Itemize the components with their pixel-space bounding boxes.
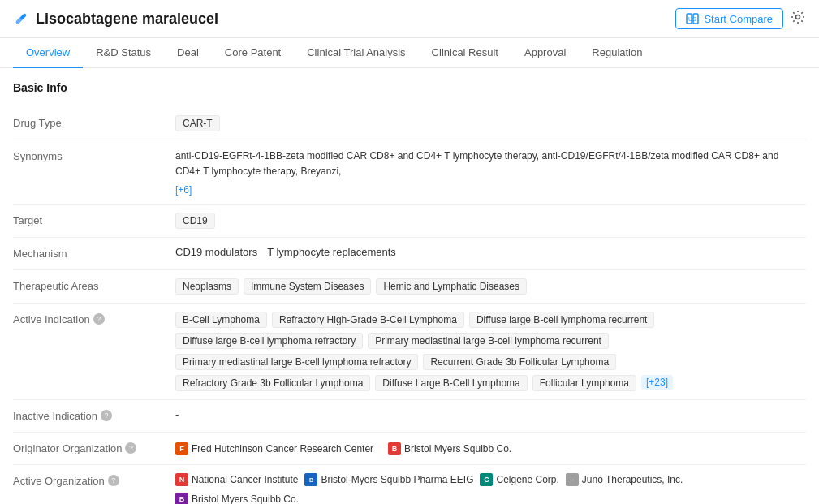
drug-type-value: CAR-T xyxy=(175,115,806,131)
therapeutic-tag-3: Hemic and Lymphatic Diseases xyxy=(376,278,527,295)
active-indication-help-icon[interactable]: ? xyxy=(93,313,105,325)
originator-org-1-logo: F xyxy=(175,442,188,455)
active-indication-label: Active Indication ? xyxy=(13,312,175,391)
active-org-2[interactable]: B Bristol-Myers Squibb Pharma EEIG xyxy=(304,473,473,486)
synonyms-row: Synonyms anti-CD19-EGFRt-4-1BB-zeta modi… xyxy=(13,140,806,205)
active-org-2-name: Bristol-Myers Squibb Pharma EEIG xyxy=(321,474,473,485)
settings-icon xyxy=(790,9,806,25)
active-indication-label-text: Active Indication xyxy=(13,313,90,325)
active-org-row: Active Organization ? N National Cancer … xyxy=(13,465,806,504)
tab-overview[interactable]: Overview xyxy=(13,38,83,68)
drug-type-tag: CAR-T xyxy=(175,115,220,131)
mechanism-val-1: CD19 modulators xyxy=(175,246,257,258)
start-compare-button[interactable]: US Start Compare xyxy=(675,8,783,29)
svg-text:US: US xyxy=(688,16,696,22)
drug-title: Lisocabtagene maraleucel xyxy=(36,11,218,28)
tab-deal[interactable]: Deal xyxy=(164,38,212,68)
active-org-help-icon[interactable]: ? xyxy=(108,475,119,486)
svg-point-5 xyxy=(796,15,800,19)
indication-tag-5: Primary mediastinal large B-cell lymphom… xyxy=(368,333,609,349)
inactive-indication-value: - xyxy=(175,408,806,424)
tab-clinical-result[interactable]: Clinical Result xyxy=(419,38,511,68)
active-org-3-logo: C xyxy=(480,473,493,486)
header-left: Lisocabtagene maraleucel xyxy=(13,11,218,28)
active-org-5[interactable]: B Bristol Myers Squibb Co. xyxy=(175,493,299,504)
synonyms-value: anti-CD19-EGFRt-4-1BB-zeta modified CAR … xyxy=(175,149,806,196)
indication-tag-7: Recurrent Grade 3b Follicular Lymphoma xyxy=(423,354,616,370)
therapeutic-areas-row: Therapeutic Areas Neoplasms Immune Syste… xyxy=(13,270,806,304)
active-org-5-logo: B xyxy=(175,493,188,504)
active-org-5-name: Bristol Myers Squibb Co. xyxy=(192,493,299,504)
active-org-1[interactable]: N National Cancer Institute xyxy=(175,473,298,486)
active-org-value: N National Cancer Institute B Bristol-My… xyxy=(175,473,806,504)
mechanism-value: CD19 modulators T lymphocyte replacement… xyxy=(175,246,806,261)
tab-approval[interactable]: Approval xyxy=(511,38,579,68)
section-basic-info: Basic Info xyxy=(13,81,806,94)
synonyms-more-link[interactable]: [+6] xyxy=(175,184,192,196)
inactive-indication-label: Inactive Indication ? xyxy=(13,408,175,424)
active-org-4-logo: ··· xyxy=(566,473,579,486)
originator-org-2-logo: B xyxy=(388,442,401,455)
indication-tag-1: B-Cell Lymphoma xyxy=(175,312,267,328)
tab-rd-status[interactable]: R&D Status xyxy=(83,38,164,68)
drug-icon xyxy=(13,11,29,27)
start-compare-label: Start Compare xyxy=(704,13,773,25)
therapeutic-tag-2: Immune System Diseases xyxy=(244,278,371,295)
active-org-3-name: Celgene Corp. xyxy=(496,474,558,485)
active-indication-row: Active Indication ? B-Cell Lymphoma Refr… xyxy=(13,304,806,400)
indication-tag-9: Diffuse Large B-Cell Lymphoma xyxy=(375,375,527,391)
originator-org-value: F Fred Hutchinson Cancer Research Center… xyxy=(175,441,806,456)
mechanism-row: Mechanism CD19 modulators T lymphocyte r… xyxy=(13,238,806,270)
content-area: Basic Info Drug Type CAR-T Synonyms anti… xyxy=(0,68,819,504)
indication-tag-2: Refractory High-Grade B-Cell Lymphoma xyxy=(272,312,464,328)
inactive-indication-help-icon[interactable]: ? xyxy=(101,410,112,421)
originator-org-1-name: Fred Hutchinson Cancer Research Center xyxy=(192,443,373,454)
inactive-indication-dash: - xyxy=(175,408,179,420)
active-org-2-logo: B xyxy=(304,473,317,486)
active-indication-value: B-Cell Lymphoma Refractory High-Grade B-… xyxy=(175,312,806,391)
active-org-1-logo: N xyxy=(175,473,188,486)
originator-org-label: Originator Organization ? xyxy=(13,441,175,456)
originator-org-1[interactable]: F Fred Hutchinson Cancer Research Center xyxy=(175,442,373,455)
tab-clinical-trial[interactable]: Clinical Trial Analysis xyxy=(294,38,418,68)
active-org-label: Active Organization ? xyxy=(13,473,175,504)
header-right: US Start Compare xyxy=(675,8,806,29)
drug-type-label: Drug Type xyxy=(13,115,175,131)
originator-org-2[interactable]: B Bristol Myers Squibb Co. xyxy=(388,442,511,455)
originator-org-help-icon[interactable]: ? xyxy=(125,442,136,454)
tab-regulation[interactable]: Regulation xyxy=(579,38,655,68)
active-org-label-text: Active Organization xyxy=(13,475,105,487)
inactive-indication-label-text: Inactive Indication xyxy=(13,410,97,422)
compare-icon: US xyxy=(686,12,699,25)
originator-org-2-name: Bristol Myers Squibb Co. xyxy=(404,443,511,454)
indication-tag-4: Diffuse large B-cell lymphoma refractory xyxy=(175,333,363,349)
app-header: Lisocabtagene maraleucel US Start Compar… xyxy=(0,0,819,38)
active-org-4[interactable]: ··· Juno Therapeutics, Inc. xyxy=(566,473,683,486)
mechanism-label: Mechanism xyxy=(13,246,175,261)
therapeutic-areas-label: Therapeutic Areas xyxy=(13,278,175,295)
originator-org-row: Originator Organization ? F Fred Hutchin… xyxy=(13,433,806,465)
indication-tag-10: Follicular Lymphoma xyxy=(532,375,636,391)
originator-org-label-text: Originator Organization xyxy=(13,442,122,454)
nav-tabs: Overview R&D Status Deal Core Patent Cli… xyxy=(0,38,819,68)
indication-tag-6: Primary mediastinal large B-cell lymphom… xyxy=(175,354,418,370)
therapeutic-tag-1: Neoplasms xyxy=(175,278,239,295)
active-org-1-name: National Cancer Institute xyxy=(192,474,298,485)
settings-icon-button[interactable] xyxy=(790,9,806,29)
indication-tag-8: Refractory Grade 3b Follicular Lymphoma xyxy=(175,375,370,391)
target-row: Target CD19 xyxy=(13,205,806,238)
target-label: Target xyxy=(13,213,175,229)
inactive-indication-row: Inactive Indication ? - xyxy=(13,400,806,433)
synonyms-label: Synonyms xyxy=(13,149,175,196)
indication-tag-3: Diffuse large B-cell lymphoma recurrent xyxy=(469,312,655,328)
synonyms-text: anti-CD19-EGFRt-4-1BB-zeta modified CAR … xyxy=(175,149,806,179)
mechanism-text: CD19 modulators T lymphocyte replacement… xyxy=(175,246,396,258)
target-tag: CD19 xyxy=(175,213,215,229)
therapeutic-areas-value: Neoplasms Immune System Diseases Hemic a… xyxy=(175,278,806,295)
active-org-3[interactable]: C Celgene Corp. xyxy=(480,473,558,486)
drug-type-row: Drug Type CAR-T xyxy=(13,107,806,140)
tab-core-patent[interactable]: Core Patent xyxy=(212,38,294,68)
mechanism-val-2: T lymphocyte replacements xyxy=(267,246,396,258)
active-org-4-name: Juno Therapeutics, Inc. xyxy=(582,474,683,485)
indication-more-link[interactable]: [+23] xyxy=(641,375,673,390)
